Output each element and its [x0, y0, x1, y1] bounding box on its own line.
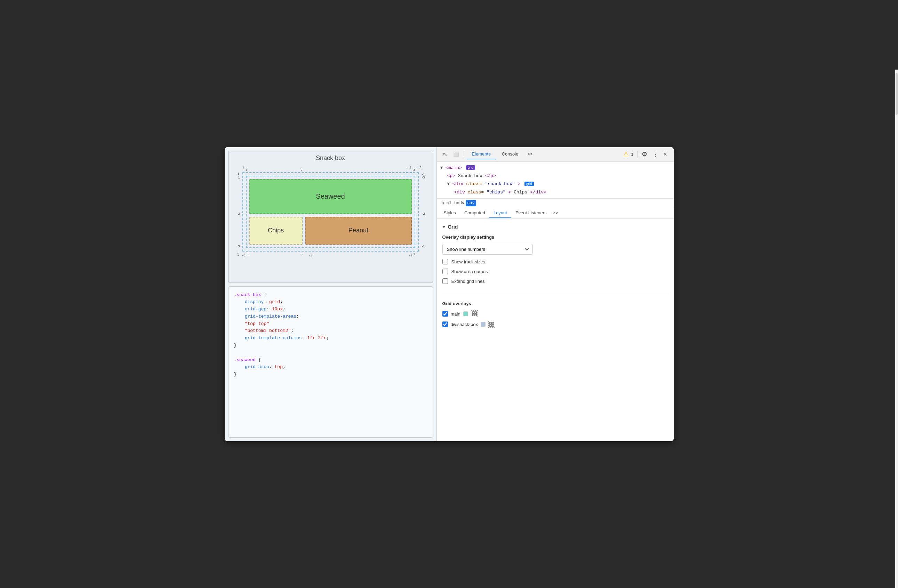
outer-num-bot-neg3: -3: [242, 253, 246, 257]
overlay-snackbox-grid-icon[interactable]: [488, 321, 495, 328]
svg-rect-3: [475, 314, 477, 316]
inner-num-right-neg3: -3: [422, 176, 424, 179]
outer-num-top-1: 1: [242, 166, 244, 170]
warning-icon: ⚠: [623, 150, 629, 158]
inner-num-bot-neg1: -1: [412, 252, 415, 256]
inner-num-top-2: 2: [300, 168, 302, 171]
svg-rect-5: [492, 322, 494, 324]
inner-num-right-neg2: -2: [422, 212, 424, 215]
main-tabs: Elements Console >>: [467, 149, 622, 159]
grid-section-header[interactable]: ▼ Grid: [442, 222, 668, 232]
inner-num-left-3: 3: [238, 245, 240, 248]
code-line-4: grid-template-areas:: [234, 313, 427, 320]
inner-num-left-1: 1: [238, 176, 240, 179]
overlay-main-label: main: [451, 311, 460, 317]
grid-title: Snack box: [232, 154, 429, 162]
breadcrumb: html body nav: [437, 199, 674, 208]
overlay-main-color[interactable]: [463, 311, 468, 316]
overlay-settings-title: Overlay display settings: [442, 234, 668, 240]
outer-num-bot-neg2: -2: [309, 253, 312, 257]
browser-window: Snack box 1 -1 2 1 3 -1 -3 -2 -1 1 2 3 1: [224, 147, 674, 441]
checkbox-track-sizes-label: Show track sizes: [451, 259, 486, 265]
overlay-item-main: main: [442, 310, 668, 317]
snack-box-grid-badge[interactable]: grid: [524, 182, 534, 186]
breadcrumb-body[interactable]: body: [453, 200, 466, 206]
inner-num-bot-neg3: -3: [246, 252, 249, 256]
checkbox-track-sizes-input[interactable]: [442, 259, 448, 265]
toolbar-separator-1: [464, 151, 464, 158]
svg-rect-6: [490, 325, 491, 326]
outer-num-top-2: 2: [420, 166, 421, 170]
toolbar-separator-2: [637, 151, 638, 158]
html-p-line: <p> Snack box </p>: [440, 172, 670, 180]
snack-grid: Seaweed Chips Peanut: [246, 176, 415, 248]
html-main-line: ▼ <main> grid: [440, 164, 670, 172]
html-chips-line: <div class= "chips" > Chips </div>: [440, 188, 670, 196]
tab-styles[interactable]: Styles: [440, 208, 460, 218]
overlay-main-checkbox[interactable]: [442, 311, 448, 317]
code-line-2: display: grid;: [234, 299, 427, 306]
overlay-snackbox-label: div.snack-box: [451, 322, 478, 327]
line-numbers-dropdown[interactable]: Show line numbers Show area names Hide: [442, 244, 533, 255]
overlay-snackbox-checkbox[interactable]: [442, 322, 448, 327]
tab-layout[interactable]: Layout: [489, 208, 511, 218]
main-grid-badge[interactable]: grid: [466, 165, 475, 170]
code-panel: .snack-box { display: grid; grid-gap: 10…: [228, 286, 433, 438]
checkbox-area-names-label: Show area names: [451, 269, 488, 274]
code-line-9: .seaweed {: [234, 357, 427, 364]
breadcrumb-html[interactable]: html: [440, 200, 453, 206]
tab-overflow[interactable]: >>: [524, 149, 535, 159]
overlay-main-grid-icon[interactable]: [471, 310, 478, 317]
layout-panel: ▼ Grid Overlay display settings Show lin…: [437, 219, 674, 441]
peanut-cell: Peanut: [305, 217, 412, 245]
grid-overlays-section: Grid overlays main: [442, 300, 668, 328]
devtools-toolbar: Elements Console >> ⚠ 1 ⚙ ⋮ ✕: [437, 147, 674, 162]
checkbox-extend-grid-label: Extend grid lines: [451, 279, 485, 284]
device-icon[interactable]: [451, 149, 461, 159]
overlay-item-snack-box: div.snack-box: [442, 321, 668, 328]
checkbox-extend-grid: Extend grid lines: [442, 279, 668, 284]
grid-overlays-title: Grid overlays: [442, 301, 668, 306]
code-line-6: "bottom1 bottom2";: [234, 328, 427, 335]
tab-computed[interactable]: Computed: [460, 208, 489, 218]
breadcrumb-nav[interactable]: nav: [466, 200, 476, 206]
code-line-8: }: [234, 342, 427, 349]
inner-num-left-2: 2: [238, 212, 240, 215]
tab-event-listeners[interactable]: Event Listeners: [511, 208, 551, 218]
outer-num-top-neg1: -1: [409, 166, 412, 170]
sub-tab-overflow[interactable]: >>: [551, 208, 560, 218]
svg-rect-1: [475, 312, 477, 314]
grid-preview: Snack box 1 -1 2 1 3 -1 -3 -2 -1 1 2 3 1: [228, 151, 433, 283]
tab-console[interactable]: Console: [497, 149, 523, 159]
html-panel: ▼ <main> grid <p> Snack box </p> ▼ <div …: [437, 162, 674, 199]
code-line-5: "top top": [234, 320, 427, 328]
svg-rect-4: [490, 322, 491, 324]
more-options-icon[interactable]: ⋮: [650, 149, 660, 159]
tab-elements[interactable]: Elements: [467, 149, 496, 159]
devtools-panel: Elements Console >> ⚠ 1 ⚙ ⋮ ✕ ▼ <main> g…: [437, 147, 674, 441]
code-line-11: }: [234, 371, 427, 378]
close-icon[interactable]: ✕: [660, 149, 670, 159]
seaweed-cell: Seaweed: [249, 179, 412, 214]
overlay-snackbox-color[interactable]: [481, 322, 486, 327]
html-div-line: ▼ <div class= "snack-box" > grid: [440, 180, 670, 188]
outer-num-left-3: 3: [238, 252, 240, 256]
code-line-10: grid-area: top;: [234, 363, 427, 371]
svg-rect-7: [492, 325, 494, 326]
inner-num-top-3: 3: [413, 168, 415, 171]
triangle-down-icon: ▼: [442, 225, 446, 229]
svg-rect-0: [472, 312, 474, 314]
code-line-1: .snack-box {: [234, 292, 427, 299]
chips-cell: Chips: [249, 217, 303, 245]
checkbox-extend-grid-input[interactable]: [442, 279, 448, 284]
settings-icon[interactable]: ⚙: [640, 149, 649, 159]
grid-section-content: Overlay display settings Show line numbe…: [442, 232, 668, 334]
checkbox-area-names: Show area names: [442, 269, 668, 274]
sub-tabs: Styles Computed Layout Event Listeners >…: [437, 208, 674, 219]
svg-rect-2: [472, 314, 474, 316]
cursor-icon[interactable]: [440, 149, 450, 159]
code-line-7: grid-template-columns: 1fr 2fr;: [234, 335, 427, 342]
checkbox-track-sizes: Show track sizes: [442, 259, 668, 265]
inner-num-bot-neg2: -2: [300, 252, 303, 256]
checkbox-area-names-input[interactable]: [442, 269, 448, 274]
